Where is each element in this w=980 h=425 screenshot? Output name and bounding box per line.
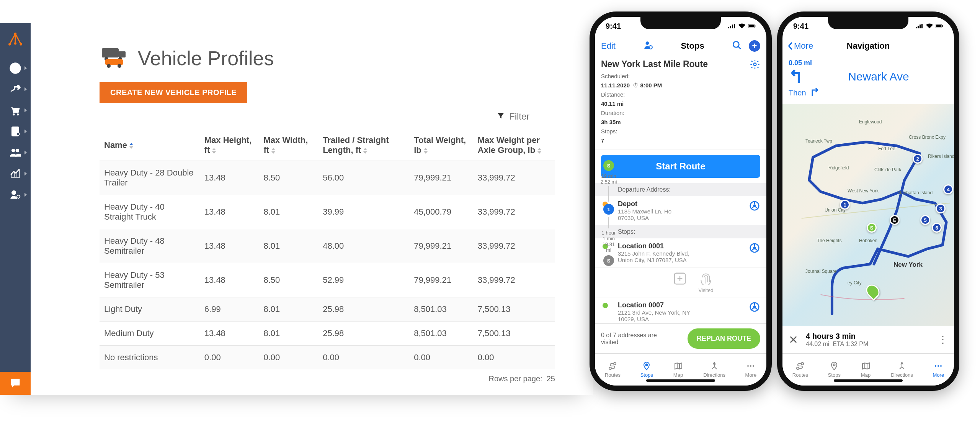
svg-point-52 [797,367,799,369]
back-button[interactable]: More [787,41,813,51]
tab-map[interactable]: Map [861,361,871,378]
cell-name: Heavy Duty - 28 Double Trailer [100,161,200,195]
svg-point-39 [609,367,611,369]
create-vehicle-profile-button[interactable]: CREATE NEW VEHICLE PROFILE [100,82,247,103]
turn-right-icon [810,87,819,98]
tab-stops[interactable]: Stops [640,361,653,378]
svg-rect-15 [119,51,126,57]
wheel-icon[interactable] [749,242,760,255]
tab-more[interactable]: More [933,361,944,378]
cell-value: 0.00 [259,346,318,370]
visited-count: 0 of 7 addresses are visited [601,332,658,346]
wheel-icon[interactable] [749,200,760,213]
nav-street: Newark Ave [809,70,948,83]
svg-point-55 [935,365,936,367]
search-icon[interactable] [732,40,742,52]
more-icon[interactable]: ⋮ [938,334,948,346]
vehicles-icon [100,46,129,71]
svg-point-31 [754,63,756,66]
cell-value: 8.01 [259,229,318,263]
cell-name: No restrictions [100,346,200,370]
wheel-icon[interactable] [749,301,760,314]
fingerprint-icon[interactable] [699,281,713,287]
cell-value: 8,501.03 [409,297,473,322]
cell-value: 56.00 [318,161,409,195]
sidebar-item-analytics[interactable] [0,163,31,184]
edit-button[interactable]: Edit [601,41,616,51]
col-name[interactable]: Name [100,130,200,161]
app-logo-icon [4,29,27,52]
phone-stops: 9:41 Edit Stops + New York Last Mile Rou… [590,11,772,391]
table-row[interactable]: Heavy Duty - 28 Double Trailer13.488.505… [100,161,555,195]
cell-value: 13.48 [200,161,259,195]
phone-notch [640,17,721,29]
tab-directions[interactable]: Directions [891,361,913,378]
svg-rect-48 [921,24,923,28]
svg-point-54 [833,364,835,366]
sidebar-item-team[interactable] [0,142,31,163]
cell-value: 33,999.72 [473,195,555,229]
sidebar-item-routes[interactable] [0,79,31,100]
svg-point-40 [614,363,616,365]
tab-stops[interactable]: Stops [828,361,841,378]
svg-point-11 [16,149,19,152]
cell-value: 25.98 [318,322,409,346]
svg-point-41 [646,364,648,366]
col-max-width[interactable]: Max Width, ft [259,130,318,161]
home-indicator [646,379,715,382]
stops-header: Edit Stops + [595,35,766,57]
table-row[interactable]: Medium Duty13.488.0125.988,501.037,500.1… [100,322,555,346]
status-time: 9:41 [793,22,808,31]
stop-row-1[interactable]: Location 00013215 John F. Kennedy Blvd,U… [595,238,766,267]
replan-route-button[interactable]: REPLAN ROUTE [688,328,760,349]
driver-icon[interactable] [643,40,653,52]
svg-point-5 [15,70,16,71]
sidebar-item-addressbook[interactable] [0,121,31,142]
table-row[interactable]: Heavy Duty - 48 Semitrailer13.488.0148.0… [100,229,555,263]
svg-point-9 [16,132,20,135]
map-view[interactable]: Englewood Teaneck Twp Fort Lee Ridgefiel… [782,104,954,338]
timeline: S 19 min 2.52 mi 1 1 hour 1 min 19.81 mi… [600,158,617,268]
sidebar-item-help[interactable] [0,57,31,79]
svg-point-33 [754,205,756,207]
add-note-icon[interactable] [673,271,687,287]
visited-row: Visited [595,267,766,297]
table-row[interactable]: Light Duty6.998.0125.988,501.037,500.13 [100,297,555,322]
col-axle-weight[interactable]: Max Weight per Axle Group, lb [473,130,555,161]
svg-point-12 [12,190,16,195]
nav-summary: ✕ 4 hours 3 min 44.02 mi ETA 1:32 PM ⋮ [782,326,954,353]
desktop-app: Vehicle Profiles CREATE NEW VEHICLE PROF… [0,0,593,395]
tab-routes[interactable]: Routes [605,361,621,378]
table-row[interactable]: Heavy Duty - 53 Semitrailer13.488.5052.9… [100,263,555,297]
sidebar-item-orders[interactable] [0,100,31,121]
sidebar-item-settings[interactable] [0,184,31,205]
svg-point-2 [20,43,22,45]
tab-routes[interactable]: Routes [792,361,808,378]
add-button[interactable]: + [749,40,760,52]
gear-icon[interactable] [750,59,760,71]
chat-icon[interactable] [0,372,31,395]
svg-point-20 [118,64,121,68]
cell-name: Light Duty [100,297,200,322]
col-length[interactable]: Trailed / Straight Length, ft [318,130,409,161]
table-row[interactable]: No restrictions0.000.000.000.000.00 [100,346,555,370]
nav-distance: 0.05 mi [789,59,948,67]
svg-point-19 [107,64,111,68]
col-total-weight[interactable]: Total Weight, lb [409,130,473,161]
svg-rect-23 [732,25,733,28]
svg-point-43 [750,365,751,367]
col-max-height[interactable]: Max Height, ft [200,130,259,161]
close-icon[interactable]: ✕ [789,333,798,346]
tab-directions[interactable]: Directions [703,361,725,378]
cell-value: 8.50 [259,263,318,297]
cell-value: 79,999.21 [409,229,473,263]
start-route-button[interactable]: Start Route [601,155,760,178]
stop-row-7[interactable]: Location 00072121 3rd Ave, New York, NY1… [595,297,766,327]
vehicle-profiles-table: Name Max Height, ft Max Width, ft Traile… [100,130,555,369]
tab-map[interactable]: Map [673,361,684,378]
table-row[interactable]: Heavy Duty - 40 Straight Truck13.488.013… [100,195,555,229]
tab-more[interactable]: More [745,361,757,378]
filter-input[interactable] [509,111,555,122]
stops-section-label: Stops: [595,225,766,238]
depot-row[interactable]: Depot1185 Maxwell Ln, Ho07030, USA [595,196,766,225]
